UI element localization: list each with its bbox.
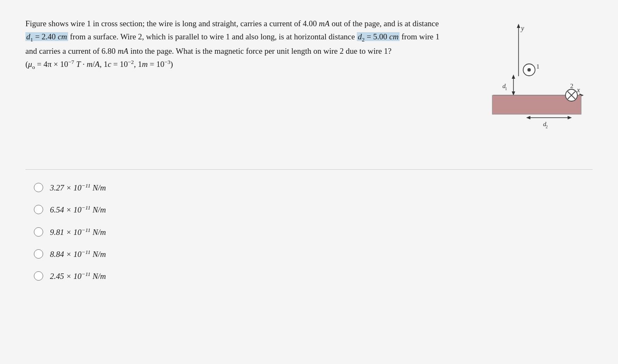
diagram-svg: y x 1 d 1	[464, 21, 586, 157]
option-b-radio[interactable]	[34, 205, 43, 214]
question-text: Figure shows wire 1 in cross section; th…	[25, 17, 440, 72]
option-e-label: 2.45 × 10−11 N/m	[50, 271, 106, 281]
option-a-radio[interactable]	[34, 183, 43, 192]
page-container: Figure shows wire 1 in cross section; th…	[0, 0, 618, 364]
d1-value: d1 = 2.40 cm	[25, 32, 68, 41]
option-a[interactable]: 3.27 × 10−11 N/m	[34, 182, 593, 193]
d2-subscript: 2	[546, 124, 548, 129]
wire1-dot	[527, 68, 531, 72]
option-c-label: 9.81 × 10−11 N/m	[50, 227, 106, 237]
option-c-radio[interactable]	[34, 227, 43, 237]
option-c[interactable]: 9.81 × 10−11 N/m	[34, 227, 593, 237]
wire1-label: 1	[536, 63, 540, 70]
y-axis-label: y	[520, 25, 524, 32]
current1-unit: mA	[319, 19, 329, 28]
d1-subscript: 1	[505, 86, 507, 91]
option-d-radio[interactable]	[34, 249, 43, 259]
option-a-label: 3.27 × 10−11 N/m	[50, 182, 106, 193]
d2-value: d2 = 5.00 cm	[357, 32, 400, 41]
y-axis-arrow	[517, 24, 520, 28]
option-d[interactable]: 8.84 × 10−11 N/m	[34, 249, 593, 259]
wire2-label: 2	[570, 83, 574, 89]
option-b-label: 6.54 × 10−11 N/m	[50, 204, 106, 215]
option-d-label: 8.84 × 10−11 N/m	[50, 249, 106, 259]
d2-left-arrow	[526, 116, 530, 119]
diagram-container: y x 1 d 1	[457, 17, 593, 157]
current2-unit: mA	[118, 47, 128, 55]
option-e[interactable]: 2.45 × 10−11 N/m	[34, 271, 593, 281]
d1-top-arrow	[512, 74, 515, 79]
option-e-radio[interactable]	[34, 271, 43, 281]
d2-right-arrow	[568, 116, 572, 119]
question-section: Figure shows wire 1 in cross section; th…	[25, 17, 593, 170]
options-section: 3.27 × 10−11 N/m 6.54 × 10−11 N/m 9.81 ×…	[25, 182, 593, 281]
option-b[interactable]: 6.54 × 10−11 N/m	[34, 204, 593, 215]
